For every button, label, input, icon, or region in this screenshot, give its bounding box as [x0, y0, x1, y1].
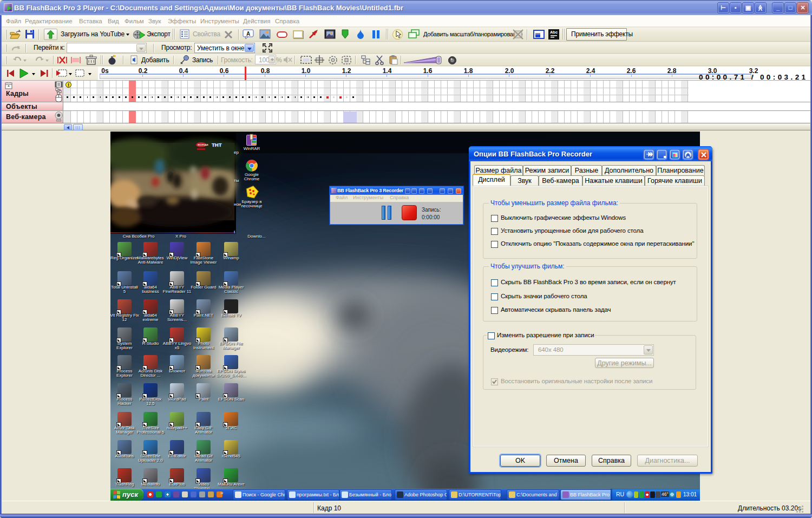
svg-text:A: A — [246, 31, 250, 37]
svg-text:Abc: Abc — [550, 30, 558, 35]
